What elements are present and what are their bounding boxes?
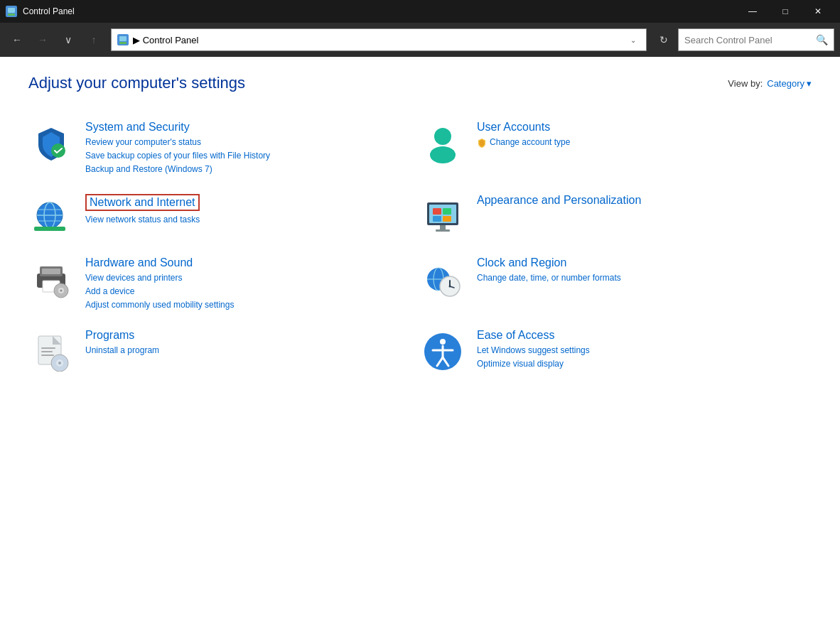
system-security-title[interactable]: System and Security (85, 121, 420, 134)
svg-point-36 (449, 285, 451, 287)
page-title: Adjust your computer's settings (28, 74, 245, 92)
system-security-link-2[interactable]: Save backup copies of your files with Fi… (85, 149, 420, 163)
user-accounts-content: User Accounts Change account type (477, 121, 812, 149)
programs-icon (28, 329, 74, 374)
svg-rect-1 (8, 8, 15, 13)
svg-rect-40 (41, 355, 54, 356)
svg-rect-18 (443, 208, 451, 215)
svg-rect-20 (443, 216, 451, 222)
category-system-security: System and Security Review your computer… (28, 115, 420, 183)
category-programs: Programs Uninstall a program (28, 323, 420, 380)
system-security-content: System and Security Review your computer… (85, 121, 420, 177)
hardware-sound-link-1[interactable]: View devices and printers (85, 271, 420, 285)
svg-rect-21 (440, 225, 446, 229)
user-accounts-icon (420, 121, 465, 166)
svg-rect-5 (119, 42, 126, 44)
category-clock-region: Clock and Region Change date, time, or n… (420, 251, 812, 318)
categories-grid: System and Security Review your computer… (28, 115, 812, 380)
svg-point-43 (58, 362, 61, 364)
svg-rect-4 (119, 36, 126, 41)
back-button[interactable]: ← (6, 28, 28, 51)
programs-title[interactable]: Programs (85, 329, 420, 342)
address-bar-icon (117, 34, 129, 45)
category-appearance: Appearance and Personalization (420, 188, 812, 245)
ease-of-access-icon (420, 329, 465, 374)
app-icon (6, 6, 17, 17)
svg-rect-2 (8, 13, 15, 16)
navigation-bar: ← → ∨ ↑ ▶ Control Panel ⌄ ↻ 🔍 (0, 23, 840, 57)
clock-region-icon (420, 256, 465, 302)
clock-region-content: Clock and Region Change date, time, or n… (477, 256, 812, 285)
view-by-control: View by: Category ▾ (728, 78, 812, 89)
svg-point-45 (440, 339, 446, 345)
ease-of-access-title[interactable]: Ease of Access (477, 329, 812, 342)
recent-locations-button[interactable]: ∨ (57, 28, 80, 51)
address-dropdown-button[interactable]: ⌄ (626, 33, 640, 47)
system-security-icon (28, 121, 74, 166)
category-user-accounts: User Accounts Change account type (420, 115, 812, 183)
appearance-icon (420, 194, 465, 239)
programs-link-1[interactable]: Uninstall a program (85, 344, 420, 357)
minimize-button[interactable]: — (736, 0, 769, 23)
clock-region-title[interactable]: Clock and Region (477, 256, 812, 269)
svg-rect-22 (436, 229, 450, 232)
up-button[interactable]: ↑ (82, 28, 105, 51)
category-network-internet: Network and Internet View network status… (28, 188, 420, 245)
close-button[interactable]: ✕ (802, 0, 834, 23)
network-internet-title[interactable]: Network and Internet (85, 194, 200, 211)
address-path: ▶ Control Panel (133, 35, 622, 45)
ease-of-access-content: Ease of Access Let Windows suggest setti… (477, 329, 812, 371)
clock-region-link-1[interactable]: Change date, time, or number formats (477, 271, 812, 285)
network-internet-link-1[interactable]: View network status and tasks (85, 213, 420, 227)
category-ease-of-access: Ease of Access Let Windows suggest setti… (420, 323, 812, 380)
window-controls: — □ ✕ (736, 0, 834, 23)
svg-point-7 (434, 128, 451, 145)
search-input[interactable] (684, 35, 816, 45)
programs-content: Programs Uninstall a program (85, 329, 420, 357)
hardware-sound-link-2[interactable]: Add a device (85, 285, 420, 298)
svg-rect-19 (433, 216, 441, 222)
hardware-sound-icon (28, 256, 74, 302)
search-bar[interactable]: 🔍 (678, 28, 834, 51)
ease-of-access-link-2[interactable]: Optimize visual display (477, 357, 812, 371)
user-accounts-title[interactable]: User Accounts (477, 121, 812, 134)
hardware-sound-title[interactable]: Hardware and Sound (85, 256, 420, 269)
user-accounts-link-1[interactable]: Change account type (477, 136, 812, 149)
forward-button[interactable]: → (31, 28, 54, 51)
svg-rect-39 (41, 351, 53, 352)
svg-point-29 (60, 289, 63, 291)
svg-rect-14 (34, 227, 65, 231)
system-security-link-1[interactable]: Review your computer's status (85, 136, 420, 149)
appearance-title[interactable]: Appearance and Personalization (477, 194, 812, 207)
address-bar[interactable]: ▶ Control Panel ⌄ (111, 28, 647, 51)
hardware-sound-content: Hardware and Sound View devices and prin… (85, 256, 420, 313)
view-by-dropdown[interactable]: Category ▾ (767, 78, 812, 89)
category-hardware-sound: Hardware and Sound View devices and prin… (28, 251, 420, 318)
network-internet-icon (28, 194, 74, 239)
svg-rect-17 (433, 208, 441, 215)
window-title: Control Panel (23, 6, 731, 16)
refresh-button[interactable]: ↻ (652, 28, 675, 51)
title-bar: Control Panel — □ ✕ (0, 0, 840, 23)
main-content: Adjust your computer's settings View by:… (0, 57, 840, 397)
system-security-link-3[interactable]: Backup and Restore (Windows 7) (85, 163, 420, 176)
appearance-content: Appearance and Personalization (477, 194, 812, 209)
ease-of-access-link-1[interactable]: Let Windows suggest settings (477, 344, 812, 357)
search-button[interactable]: 🔍 (816, 34, 828, 45)
svg-rect-38 (41, 347, 55, 349)
maximize-button[interactable]: □ (769, 0, 802, 23)
view-by-label: View by: (728, 78, 763, 89)
shield-small-icon (477, 138, 487, 148)
svg-point-8 (430, 146, 456, 163)
page-header: Adjust your computer's settings View by:… (28, 74, 812, 92)
svg-rect-25 (42, 269, 60, 274)
network-internet-content: Network and Internet View network status… (85, 194, 420, 227)
hardware-sound-link-3[interactable]: Adjust commonly used mobility settings (85, 298, 420, 312)
